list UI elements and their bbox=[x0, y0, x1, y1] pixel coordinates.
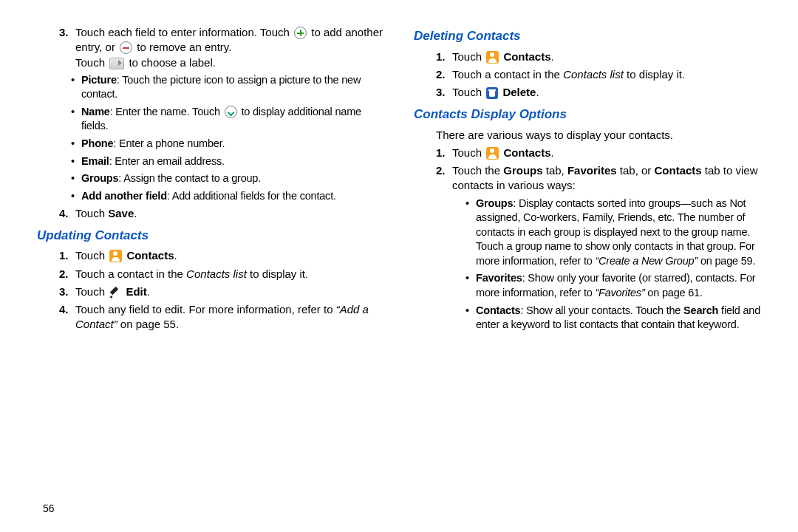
step-body: Touch Delete. bbox=[452, 85, 761, 100]
text: . bbox=[174, 249, 177, 262]
text: : Touch the picture icon to assign a pic… bbox=[81, 74, 361, 100]
bullet-email: •Email: Enter an email address. bbox=[71, 154, 384, 169]
minus-icon bbox=[120, 41, 132, 54]
chevron-down-icon bbox=[225, 106, 237, 118]
contacts-icon bbox=[486, 147, 499, 160]
label: Name bbox=[81, 106, 110, 117]
disp-step-2: 2. Touch the Groups tab, Favorites tab, … bbox=[436, 163, 761, 194]
manual-page: 3. Touch each field to enter information… bbox=[0, 0, 798, 350]
edit-icon bbox=[109, 287, 121, 299]
step-3: 3. Touch each field to enter information… bbox=[59, 25, 384, 70]
label: Edit bbox=[126, 285, 146, 298]
text: : Enter a phone number. bbox=[113, 137, 225, 149]
text: tab, bbox=[543, 164, 567, 177]
text: tab, or bbox=[617, 164, 655, 177]
label: Picture bbox=[81, 74, 117, 86]
step-num: 4. bbox=[59, 302, 75, 332]
step-body: Touch the Groups tab, Favorites tab, or … bbox=[452, 163, 761, 194]
disp-bullet-contacts: •Contacts: Show all your contacts. Touch… bbox=[466, 304, 761, 332]
text: : Show all your contacts. Touch the bbox=[520, 304, 683, 316]
label: Groups bbox=[476, 197, 513, 209]
update-step-1: 1. Touch Contacts. bbox=[59, 248, 384, 263]
label: Favorites bbox=[567, 164, 617, 177]
text: Touch bbox=[75, 56, 108, 69]
label: Search bbox=[683, 304, 718, 316]
plus-icon bbox=[294, 27, 307, 39]
text: Touch bbox=[452, 146, 485, 159]
step-num: 1. bbox=[436, 50, 452, 64]
text: to display it. bbox=[247, 267, 308, 280]
update-step-4: 4. Touch any field to edit. For more inf… bbox=[59, 302, 384, 332]
step-body: Touch Save. bbox=[75, 206, 384, 221]
step-body: Touch Contacts. bbox=[452, 146, 761, 160]
text: . bbox=[147, 285, 150, 298]
emph: Contacts list bbox=[186, 267, 247, 280]
label: Contacts bbox=[503, 146, 550, 159]
label: Email bbox=[81, 155, 109, 167]
delete-step-1: 1. Touch Contacts. bbox=[436, 50, 761, 64]
text: . bbox=[134, 207, 137, 219]
disp-bullet-groups: •Groups: Display contacts sorted into gr… bbox=[466, 197, 761, 269]
text: Touch a contact in the bbox=[75, 267, 186, 280]
text: to choose a label. bbox=[129, 56, 216, 69]
step-body: Touch Contacts. bbox=[75, 248, 384, 263]
label: Favorites bbox=[476, 272, 522, 284]
text: Touch each field to enter information. T… bbox=[75, 26, 293, 38]
text: to display it. bbox=[624, 68, 685, 81]
intro-text: There are various ways to display your c… bbox=[436, 128, 761, 143]
page-number: 56 bbox=[43, 502, 55, 514]
bullet-picture: •Picture: Touch the picture icon to assi… bbox=[71, 73, 384, 102]
step-body: Touch each field to enter information. T… bbox=[75, 25, 384, 70]
disp-step-1: 1. Touch Contacts. bbox=[436, 146, 761, 160]
delete-step-2: 2. Touch a contact in the Contacts list … bbox=[436, 67, 761, 82]
label: Groups bbox=[81, 172, 118, 184]
right-column: Deleting Contacts 1. Touch Contacts. 2. … bbox=[414, 22, 761, 335]
step-body: Touch a contact in the Contacts list to … bbox=[75, 267, 384, 282]
text: . bbox=[536, 86, 539, 98]
step-num: 4. bbox=[59, 206, 75, 221]
text: on page 59. bbox=[698, 255, 755, 267]
step-num: 1. bbox=[59, 248, 75, 263]
step-num: 3. bbox=[59, 25, 75, 70]
text: on page 55. bbox=[117, 318, 179, 330]
label: Save bbox=[108, 207, 134, 219]
text: Touch bbox=[75, 207, 108, 219]
text: Touch a contact in the bbox=[452, 68, 563, 81]
heading-updating-contacts: Updating Contacts bbox=[37, 228, 384, 245]
delete-step-3: 3. Touch Delete. bbox=[436, 85, 761, 100]
disp-bullet-favorites: •Favorites: Show only your favorite (or … bbox=[466, 271, 761, 300]
text: Touch bbox=[452, 86, 485, 98]
step-num: 2. bbox=[59, 267, 75, 282]
text: to bbox=[311, 26, 321, 38]
ref: “Create a New Group” bbox=[595, 255, 698, 267]
step-body: Touch any field to edit. For more inform… bbox=[75, 302, 384, 332]
heading-deleting-contacts: Deleting Contacts bbox=[414, 28, 761, 45]
step-body: Touch Edit. bbox=[75, 284, 384, 299]
emph: Contacts list bbox=[563, 68, 624, 81]
step-body: Touch a contact in the Contacts list to … bbox=[452, 67, 761, 82]
label: Delete bbox=[502, 86, 536, 98]
text: Touch bbox=[452, 50, 485, 63]
label: Groups bbox=[503, 164, 542, 177]
label: Contacts bbox=[126, 249, 174, 262]
step-num: 3. bbox=[59, 284, 75, 299]
text: Touch any field to edit. For more inform… bbox=[75, 303, 336, 316]
text: Touch bbox=[75, 249, 108, 262]
step-4: 4. Touch Save. bbox=[59, 206, 384, 221]
text: on page 61. bbox=[645, 287, 703, 299]
label-dropdown-icon bbox=[109, 58, 124, 69]
heading-display-options: Contacts Display Options bbox=[414, 106, 761, 123]
label: Add another field bbox=[81, 190, 167, 202]
ref: “Favorites” bbox=[595, 287, 644, 299]
text: . bbox=[551, 50, 554, 63]
text: Touch the bbox=[452, 164, 503, 177]
step-num: 1. bbox=[436, 146, 452, 160]
contacts-icon bbox=[486, 51, 499, 64]
label: Contacts bbox=[476, 304, 520, 316]
bullet-phone: •Phone: Enter a phone number. bbox=[71, 137, 384, 151]
step-num: 2. bbox=[436, 163, 452, 194]
bullet-add-field: •Add another field: Add additional field… bbox=[71, 189, 384, 204]
update-step-3: 3. Touch Edit. bbox=[59, 284, 384, 299]
text: : Add additional fields for the contact. bbox=[167, 190, 336, 202]
step-body: Touch Contacts. bbox=[452, 50, 761, 64]
